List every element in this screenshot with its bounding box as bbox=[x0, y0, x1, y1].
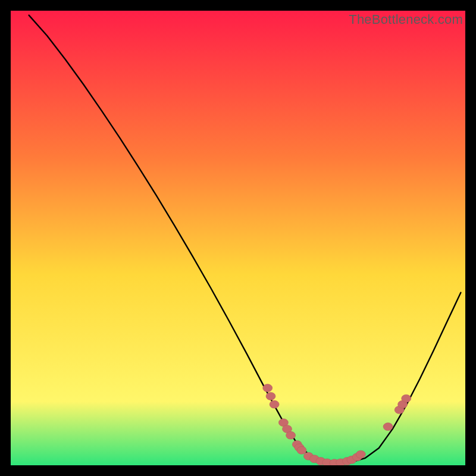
curve-marker bbox=[356, 450, 365, 458]
curve-marker bbox=[266, 392, 275, 400]
curve-marker bbox=[383, 423, 393, 431]
chart-svg bbox=[11, 11, 465, 465]
curve-marker bbox=[286, 431, 296, 439]
watermark-text: TheBottleneck.com bbox=[349, 12, 463, 27]
curve-marker bbox=[270, 400, 279, 408]
curve-marker bbox=[297, 446, 306, 454]
curve-marker bbox=[402, 394, 411, 402]
curve-marker bbox=[263, 384, 273, 392]
chart-frame: TheBottleneck.com bbox=[11, 11, 465, 465]
